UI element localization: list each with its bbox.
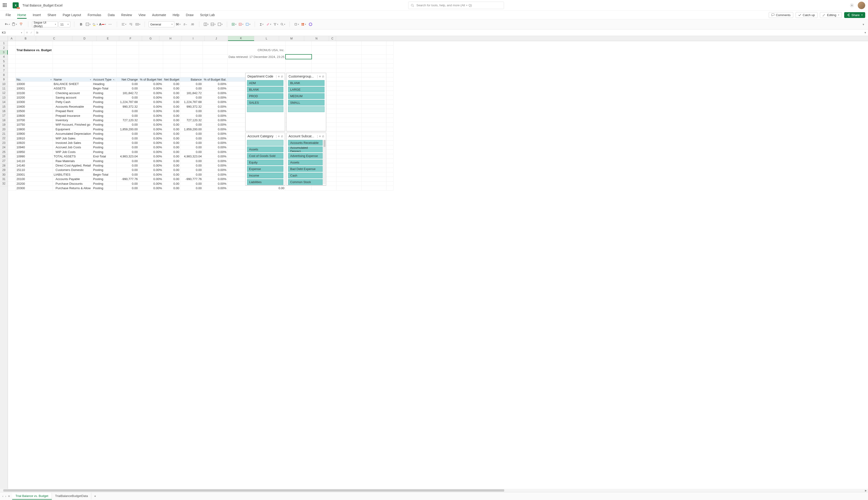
- insert-button[interactable]: ▾: [231, 21, 237, 27]
- borders-button[interactable]: ▾: [85, 21, 91, 27]
- ribbon-tab-home[interactable]: Home: [15, 12, 29, 18]
- svg-rect-35: [302, 24, 303, 25]
- ribbon-tab-data[interactable]: Data: [105, 12, 117, 18]
- svg-rect-23: [218, 23, 221, 26]
- toolbar-overflow-button[interactable]: ▾: [862, 22, 865, 27]
- font-color-button[interactable]: A▾: [99, 21, 106, 27]
- ribbon-tab-script-lab[interactable]: Script Lab: [197, 12, 217, 18]
- bold-button[interactable]: B: [78, 21, 84, 27]
- svg-rect-3: [771, 14, 774, 16]
- comments-label: Comments: [776, 13, 791, 17]
- ribbon-tab-view[interactable]: View: [136, 12, 148, 18]
- ribbon-tab-automate[interactable]: Automate: [149, 12, 169, 18]
- share-label: Share: [852, 13, 860, 17]
- increase-decimal-button[interactable]: .00: [189, 21, 195, 27]
- merge-button[interactable]: ▾: [135, 21, 141, 27]
- sort-filter-button[interactable]: ▾: [273, 21, 279, 27]
- insert-cells-button[interactable]: ▾: [203, 21, 209, 27]
- chevron-down-icon: ▾: [861, 14, 863, 16]
- font-name-select[interactable]: Segoe UI (Body)▾: [32, 21, 58, 27]
- fill-color-button[interactable]: ▾: [92, 21, 98, 27]
- fx-icon[interactable]: fx: [34, 31, 40, 34]
- copilot-button[interactable]: [307, 21, 314, 27]
- title-bar: X Trial Balance_Budget Excel Search for …: [0, 0, 868, 11]
- paste-button[interactable]: ▾: [11, 21, 17, 27]
- svg-point-0: [411, 4, 413, 6]
- svg-rect-29: [246, 23, 248, 25]
- svg-rect-13: [93, 25, 96, 26]
- expand-formula-bar-button[interactable]: ▾: [863, 31, 868, 34]
- ribbon-tab-share[interactable]: Share: [45, 12, 59, 18]
- format-cells-button[interactable]: ▾: [217, 21, 223, 27]
- search-icon: [411, 4, 414, 7]
- svg-rect-32: [295, 23, 297, 25]
- editing-mode-button[interactable]: Editing ▾: [820, 12, 842, 18]
- ribbon-tab-insert[interactable]: Insert: [30, 12, 44, 18]
- svg-point-30: [281, 23, 283, 25]
- excel-app-icon[interactable]: X: [13, 2, 19, 8]
- ribbon-tab-formulas[interactable]: Formulas: [85, 12, 104, 18]
- svg-point-2: [852, 5, 853, 6]
- formula-bar: K3▾ ✕ ✓ fx ▾: [0, 30, 868, 36]
- align-button[interactable]: ▾: [121, 21, 127, 27]
- format-button[interactable]: ▾: [245, 21, 251, 27]
- clear-button[interactable]: ▾: [266, 21, 272, 27]
- user-avatar[interactable]: [858, 2, 865, 9]
- ribbon-tab-page-layout[interactable]: Page Layout: [60, 12, 84, 18]
- format-painter-button[interactable]: [18, 21, 24, 27]
- svg-rect-9: [20, 23, 22, 24]
- catch-up-label: Catch up: [803, 13, 815, 17]
- chevron-down-icon: ▾: [838, 14, 839, 16]
- svg-point-4: [849, 13, 849, 14]
- ribbon-tab-draw[interactable]: Draw: [183, 12, 196, 18]
- more-font-button[interactable]: ⋯: [107, 21, 113, 27]
- svg-point-6: [849, 16, 849, 16]
- delete-cells-button[interactable]: ▾: [210, 21, 216, 27]
- svg-point-37: [309, 23, 312, 26]
- search-placeholder: Search for tools, help, and more (Alt + …: [416, 3, 472, 7]
- svg-point-5: [847, 14, 848, 15]
- ribbon-tab-help[interactable]: Help: [170, 12, 182, 18]
- number-format-select[interactable]: General▾: [149, 21, 174, 27]
- share-button[interactable]: Share ▾: [844, 12, 865, 18]
- home-toolbar: ▾ ▾ Segoe UI (Body)▾ 11▾ B ▾ ▾ A▾ ⋯ ▾ ▾ …: [0, 19, 868, 30]
- addins-button[interactable]: ▾: [301, 21, 306, 27]
- ribbon-tabs: FileHomeInsertSharePage LayoutFormulasDa…: [0, 11, 868, 19]
- ribbon-tab-file[interactable]: File: [3, 12, 14, 18]
- svg-line-1: [413, 6, 414, 7]
- search-input[interactable]: Search for tools, help, and more (Alt + …: [408, 2, 504, 9]
- ribbon-tab-review[interactable]: Review: [119, 12, 135, 18]
- document-title[interactable]: Trial Balance_Budget Excel: [22, 3, 63, 7]
- wrap-text-button[interactable]: [128, 21, 134, 27]
- svg-rect-36: [303, 24, 304, 25]
- undo-button[interactable]: ▾: [4, 21, 10, 27]
- formula-input[interactable]: [40, 30, 863, 36]
- name-box[interactable]: K3▾: [0, 30, 24, 36]
- cancel-formula-icon[interactable]: ✕: [26, 31, 28, 34]
- font-size-select[interactable]: 11▾: [59, 21, 70, 27]
- currency-button[interactable]: $€▾: [175, 21, 181, 27]
- sensitivity-button[interactable]: ▾: [293, 21, 300, 27]
- accept-formula-icon[interactable]: ✓: [30, 31, 33, 34]
- decrease-decimal-button[interactable]: .0→: [182, 21, 188, 27]
- catch-up-button[interactable]: Catch up: [796, 12, 818, 18]
- svg-rect-33: [302, 23, 303, 24]
- autosum-button[interactable]: Σ▾: [259, 21, 265, 27]
- delete-button[interactable]: ▾: [238, 21, 244, 27]
- svg-rect-34: [303, 23, 304, 24]
- svg-line-31: [282, 25, 283, 26]
- find-button[interactable]: ▾: [280, 21, 286, 27]
- settings-icon[interactable]: [850, 3, 854, 8]
- editing-label: Editing: [827, 13, 836, 17]
- app-launcher-icon[interactable]: [3, 3, 7, 8]
- comments-button[interactable]: Comments: [769, 12, 793, 18]
